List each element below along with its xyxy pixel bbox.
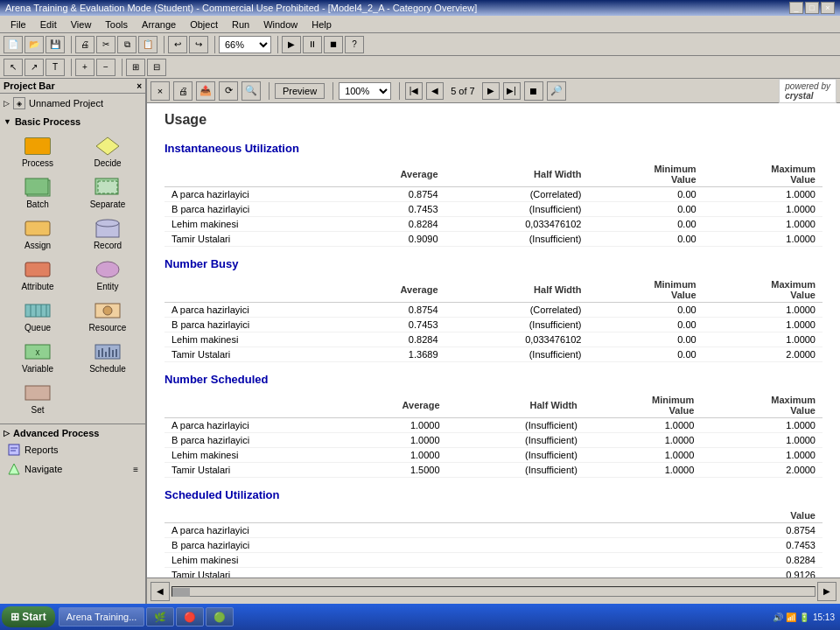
row-hw: (Correlated) [445,303,589,318]
basic-process-header[interactable]: ▼ Basic Process [0,115,145,129]
menu-run[interactable]: Run [225,18,256,32]
sidebar-item-separate[interactable]: Separate [74,173,142,213]
stop-btn[interactable]: ⏹ [324,36,343,53]
export-btn[interactable]: 📤 [196,81,215,101]
minimize-btn[interactable]: _ [789,2,803,14]
search-btn[interactable]: 🔍 [242,81,261,101]
connect-btn[interactable]: ↗ [24,59,44,76]
sidebar-item-schedule[interactable]: Schedule [74,338,142,377]
scroll-right-btn[interactable]: ▶ [817,582,836,601]
pause-btn[interactable]: ⏸ [303,36,322,53]
grid-btn[interactable]: ⊞ [126,59,145,76]
sidebar-item-assign[interactable]: Assign [4,214,72,254]
basic-process-items: Process Decide [0,129,145,422]
report-zoom-combo[interactable]: 100% 75% 50% [339,82,391,100]
prev-page-btn[interactable]: ◀ [426,82,444,100]
save-btn[interactable]: 💾 [46,36,65,53]
sidebar-item-set[interactable]: Set [4,379,72,418]
menu-view[interactable]: View [64,18,99,32]
sidebar-item-variable[interactable]: x Variable [4,338,72,377]
redo-btn[interactable]: ↪ [189,36,208,53]
sidebar-item-process[interactable]: Process [4,132,72,172]
sidebar-item-queue[interactable]: Queue [4,297,72,336]
row-min: 0.00 [588,232,703,247]
sidebar-navigate-item[interactable]: Navigate ≡ [0,459,145,479]
svg-rect-8 [25,262,50,276]
sidebar-item-decide[interactable]: Decide [74,132,142,172]
last-page-btn[interactable]: ▶| [503,82,521,100]
text-btn[interactable]: T [46,59,65,76]
scroll-left-btn[interactable]: ◀ [150,582,170,601]
first-page-btn[interactable]: |◀ [405,82,423,100]
row-label: A parca hazirlayici [164,418,340,433]
row-min: 0.00 [588,318,703,332]
taskbar-btn-2[interactable]: 🌿 [146,607,174,626]
menu-help[interactable]: Help [304,18,339,32]
menu-window[interactable]: Window [256,18,304,32]
row-hw: (Insufficient) [445,202,589,217]
print-report-btn[interactable]: 🖨 [173,81,192,101]
sidebar-item-record[interactable]: Record [74,214,142,254]
menu-tools[interactable]: Tools [98,18,135,32]
undo-btn[interactable]: ↩ [168,36,187,53]
table-row: Lehim makinesi 0.8284 0,033476102 0.00 1… [164,217,822,232]
report-content[interactable]: Usage Instantaneous Utilization Average … [147,103,840,578]
menu-object[interactable]: Object [183,18,225,32]
menu-arrange[interactable]: Arrange [135,18,183,32]
print-btn[interactable]: 🖨 [75,36,94,53]
svg-text:x: x [36,347,40,357]
decide-icon-wrapper [94,136,122,157]
row-avg: 0.8754 [340,303,445,318]
snap-btn[interactable]: ⊟ [147,59,166,76]
toolbar-1: 📄 📂 💾 🖨 ✂ ⧉ 📋 ↩ ↪ 66% 100% 50% ▶ ⏸ ⏹ ? [0,33,840,56]
taskbar-btn-3[interactable]: 🔴 [176,607,204,626]
zoom-in-btn[interactable]: + [75,59,94,76]
next-page-btn[interactable]: ▶ [482,82,500,100]
taskbar-btn-4[interactable]: 🟢 [206,607,234,626]
sidebar-item-entity[interactable]: Entity [74,256,142,295]
cut-btn[interactable]: ✂ [96,36,116,53]
select-btn[interactable]: ↖ [4,59,23,76]
record-icon [94,218,121,239]
project-icon: ◈ [13,97,25,109]
paste-btn[interactable]: 📋 [138,36,158,53]
taskbar-icon-3: 🔴 [184,612,196,623]
maximize-btn[interactable]: □ [805,2,819,14]
zoom-combo[interactable]: 66% 100% 50% [219,36,271,53]
preview-btn[interactable]: Preview [275,83,325,99]
zoom-out-btn[interactable]: − [96,59,116,76]
sidebar-item-batch[interactable]: Batch [4,173,72,213]
open-btn[interactable]: 📂 [24,36,44,53]
sidebar-item-attribute[interactable]: Attribute [4,256,72,295]
horizontal-scroll-track[interactable] [172,586,816,597]
start-button[interactable]: ⊞ Start [2,606,55,627]
run-btn[interactable]: ▶ [282,36,301,53]
entity-icon-wrapper [94,259,122,280]
sidebar-item-resource[interactable]: Resource [74,297,142,336]
help-icon-btn[interactable]: ? [345,36,364,53]
sidebar-close-btn[interactable]: × [136,81,142,91]
row-label: A parca hazirlayici [164,303,340,318]
stop-loading-btn[interactable]: ⏹ [524,81,543,101]
close-btn[interactable]: × [821,2,835,14]
batch-label: Batch [26,200,49,209]
advanced-process-header[interactable]: ▷ Advanced Process [0,426,145,440]
close-report-btn[interactable]: × [150,81,170,101]
menu-file[interactable]: File [4,18,33,32]
menu-edit[interactable]: Edit [33,18,64,32]
copy-btn[interactable]: ⧉ [117,36,136,53]
new-btn[interactable]: 📄 [4,36,23,53]
reports-icon [7,443,21,457]
magnify-btn[interactable]: 🔎 [547,81,566,101]
record-icon-wrapper [94,218,122,239]
row-min: 0.00 [588,303,703,318]
sidebar-reports-item[interactable]: Reports [0,440,145,459]
col-label-3 [164,508,340,523]
refresh-btn[interactable]: ⟳ [219,81,238,101]
table-row: Lehim makinesi 1.0000 (Insufficient) 1.0… [164,448,822,463]
table-row: B parca hazirlayici 0.7453 (Insufficient… [164,318,822,332]
svg-rect-27 [9,444,19,455]
taskbar-arena-btn[interactable]: Arena Training... [59,607,145,626]
entity-icon [94,259,122,280]
horizontal-scroll-thumb[interactable] [172,588,190,597]
